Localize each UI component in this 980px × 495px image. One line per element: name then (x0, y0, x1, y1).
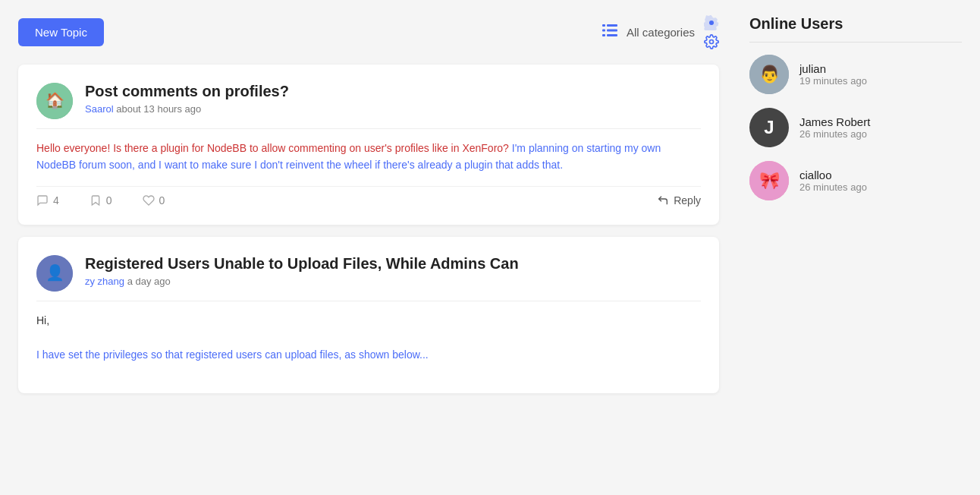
svg-text:👤: 👤 (46, 263, 64, 282)
svg-rect-4 (602, 34, 605, 36)
new-topic-button[interactable]: New Topic (18, 18, 104, 46)
topic-card-2: 👤 Registered Users Unable to Upload File… (18, 237, 719, 393)
online-user-name-james[interactable]: James Robert (799, 115, 870, 128)
topic-body-1: Hello everyone! Is there a plugin for No… (36, 128, 701, 174)
topic-title-area-1: Post comments on profiles? Saarol about … (85, 83, 289, 115)
online-user-cialloo: 🎀 cialloo 26 minutes ago (749, 161, 962, 200)
topic-time-1: about 13 hours ago (116, 103, 201, 115)
online-user-time-james: 26 minutes ago (799, 128, 870, 140)
online-user-time-julian: 19 minutes ago (799, 75, 867, 87)
online-user-time-cialloo: 26 minutes ago (799, 181, 867, 193)
topic-body-2: Hi, I have set the privileges so that re… (36, 301, 701, 363)
online-user-name-cialloo[interactable]: cialloo (799, 169, 867, 181)
likes-count-1[interactable]: 0 (143, 194, 165, 207)
topic-title-area-2: Registered Users Unable to Upload Files,… (85, 255, 519, 287)
topic-author-1[interactable]: Saarol (85, 103, 114, 115)
online-user-info-cialloo: cialloo 26 minutes ago (799, 169, 867, 193)
svg-rect-2 (602, 30, 605, 32)
bookmarks-count-label-1: 0 (106, 194, 112, 207)
categories-icon (602, 24, 617, 40)
svg-rect-0 (602, 24, 605, 27)
topic-card-1: 🏠 Post comments on profiles? Saarol abou… (18, 65, 719, 225)
topic-time-label-2: a day ago (127, 276, 171, 287)
toolbar-right: All categories (602, 15, 719, 49)
online-user-julian: 👨 julian 19 minutes ago (749, 55, 962, 94)
svg-text:👨: 👨 (759, 64, 781, 84)
topic-footer-1: 4 0 0 (36, 186, 701, 207)
online-user-james: J James Robert 26 minutes ago (749, 108, 962, 147)
likes-count-label-1: 0 (159, 194, 165, 207)
reply-button-1[interactable]: Reply (657, 194, 701, 207)
topic-title-2[interactable]: Registered Users Unable to Upload Files,… (85, 255, 519, 273)
topic-header-2: 👤 Registered Users Unable to Upload File… (36, 255, 701, 292)
online-user-name-julian[interactable]: julian (799, 62, 867, 75)
topic-body-hi: Hi, (36, 314, 49, 326)
avatar-1: 🏠 (36, 83, 73, 119)
replies-count-1[interactable]: 4 (36, 194, 59, 207)
topic-title-1[interactable]: Post comments on profiles? (85, 83, 289, 100)
settings-icon[interactable] (704, 15, 719, 49)
avatar-james-initial: J (764, 117, 774, 138)
topic-body-segment-1-1: Hello everyone! Is there a plugin for No… (36, 142, 512, 154)
svg-rect-3 (607, 30, 617, 32)
all-categories-label[interactable]: All categories (627, 26, 695, 39)
svg-text:🏠: 🏠 (46, 91, 64, 109)
online-user-info-julian: julian 19 minutes ago (799, 62, 867, 87)
replies-count-label-1: 4 (53, 194, 59, 207)
avatar-james: J (749, 108, 789, 147)
avatar-cialloo: 🎀 (749, 161, 789, 200)
topic-author-2[interactable]: zy zhang (85, 276, 124, 287)
topic-body-segment-2-2: I have set the privileges so that regist… (36, 348, 429, 361)
avatar-2: 👤 (36, 255, 73, 292)
online-user-info-james: James Robert 26 minutes ago (799, 115, 870, 140)
online-users-title: Online Users (749, 15, 962, 43)
svg-point-6 (710, 40, 714, 44)
avatar-julian: 👨 (749, 55, 789, 94)
toolbar: New Topic All categories (18, 15, 719, 49)
topic-meta-2: zy zhang a day ago (85, 276, 519, 287)
topic-meta-1: Saarol about 13 hours ago (85, 103, 289, 115)
main-content: New Topic All categories (18, 15, 719, 405)
bookmarks-count-1[interactable]: 0 (90, 194, 112, 207)
svg-text:🎀: 🎀 (759, 170, 781, 191)
sidebar: Online Users 👨 julian 19 minutes ago J J… (749, 15, 962, 405)
svg-rect-5 (607, 34, 617, 36)
svg-rect-1 (607, 24, 617, 27)
topic-header-1: 🏠 Post comments on profiles? Saarol abou… (36, 83, 701, 119)
reply-label: Reply (674, 194, 701, 207)
